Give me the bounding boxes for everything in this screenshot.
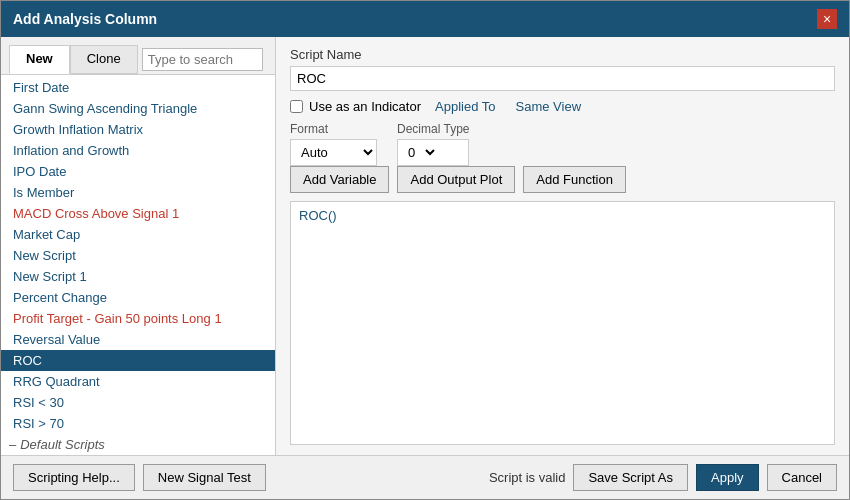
tab-new[interactable]: New [9,45,70,74]
footer-right: Script is valid Save Script As Apply Can… [489,464,837,491]
indicator-row: Use as an Indicator Applied To Same View [290,99,835,114]
code-editor[interactable]: ROC() [290,201,835,445]
add-function-button[interactable]: Add Function [523,166,626,193]
list-item-rsi-70[interactable]: RSI > 70 [1,413,275,434]
list-item-inflation-growth[interactable]: Inflation and Growth [1,140,275,161]
list-item-profit-target[interactable]: Profit Target - Gain 50 points Long 1 [1,308,275,329]
new-signal-test-button[interactable]: New Signal Test [143,464,266,491]
default-scripts-label: Default Scripts [20,437,105,452]
cancel-button[interactable]: Cancel [767,464,837,491]
scripting-help-button[interactable]: Scripting Help... [13,464,135,491]
list-item-reversal-value[interactable]: Reversal Value [1,329,275,350]
list-item-rrg-quadrant[interactable]: RRG Quadrant [1,371,275,392]
apply-button[interactable]: Apply [696,464,759,491]
add-output-plot-button[interactable]: Add Output Plot [397,166,515,193]
list-item-roc[interactable]: ROC [1,350,275,371]
list-item-growth-inflation[interactable]: Growth Inflation Matrix [1,119,275,140]
status-label: Script is valid [489,470,566,485]
dialog-title: Add Analysis Column [13,11,157,27]
indicator-checkbox[interactable] [290,100,303,113]
list-item-gann-swing[interactable]: Gann Swing Ascending Triangle [1,98,275,119]
footer: Scripting Help... New Signal Test Script… [1,455,849,499]
list-item-ipo-date[interactable]: IPO Date [1,161,275,182]
tab-clone[interactable]: Clone [70,45,138,74]
tabs-container: New Clone [1,37,275,75]
list-item-percent-change[interactable]: Percent Change [1,287,275,308]
search-input[interactable] [142,48,263,71]
decimal-select[interactable]: 0 1 2 3 [398,140,438,165]
script-list: First DateGann Swing Ascending TriangleG… [1,75,275,434]
format-row: Format Auto Number Percent Currency Deci… [290,122,835,166]
format-group: Format Auto Number Percent Currency [290,122,377,166]
footer-left: Scripting Help... New Signal Test [13,464,266,491]
default-scripts-section: – Default Scripts [1,434,275,455]
add-variable-button[interactable]: Add Variable [290,166,389,193]
format-select-wrap: Auto Number Percent Currency [290,139,377,166]
list-item-is-member[interactable]: Is Member [1,182,275,203]
script-name-input[interactable] [290,66,835,91]
format-select[interactable]: Auto Number Percent Currency [291,140,376,165]
right-panel: Script Name Use as an Indicator Applied … [276,37,849,455]
decimal-group: Decimal Type 0 1 2 3 [397,122,469,166]
left-panel: New Clone First DateGann Swing Ascending… [1,37,276,455]
title-bar: Add Analysis Column × [1,1,849,37]
list-item-market-cap[interactable]: Market Cap [1,224,275,245]
applied-to-link[interactable]: Applied To [435,99,495,114]
dialog-body: New Clone First DateGann Swing Ascending… [1,37,849,455]
same-view-link[interactable]: Same View [516,99,582,114]
close-button[interactable]: × [817,9,837,29]
list-item-new-script-1[interactable]: New Script 1 [1,266,275,287]
save-script-as-button[interactable]: Save Script As [573,464,688,491]
decimal-select-wrap: 0 1 2 3 [397,139,469,166]
minus-icon: – [9,437,16,452]
list-item-macd-cross[interactable]: MACD Cross Above Signal 1 [1,203,275,224]
code-content: ROC() [299,208,337,223]
decimal-label: Decimal Type [397,122,469,136]
list-item-first-date[interactable]: First Date [1,77,275,98]
format-label: Format [290,122,377,136]
list-item-rsi-30[interactable]: RSI < 30 [1,392,275,413]
add-analysis-column-dialog: Add Analysis Column × New Clone First Da… [0,0,850,500]
indicator-label: Use as an Indicator [309,99,421,114]
list-item-new-script[interactable]: New Script [1,245,275,266]
script-name-label: Script Name [290,47,835,62]
action-buttons-row: Add Variable Add Output Plot Add Functio… [290,166,835,193]
